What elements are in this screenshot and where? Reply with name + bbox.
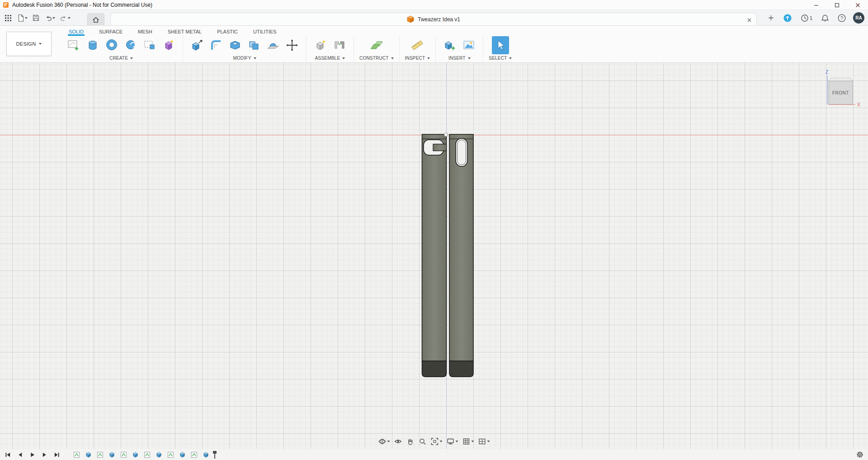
move-copy-button[interactable] [283, 36, 301, 54]
timeline-feature-sketch[interactable] [96, 451, 104, 458]
construct-plane-button[interactable] [368, 36, 385, 54]
fillet-button[interactable] [208, 36, 225, 54]
alerts-button[interactable] [820, 12, 830, 24]
orbit-button[interactable] [377, 436, 391, 446]
timeline-playhead[interactable] [213, 451, 217, 459]
redo-button[interactable] [58, 12, 72, 24]
help-button[interactable]: ? [836, 12, 847, 24]
model-tweezer-bodies[interactable] [416, 131, 481, 384]
step-back-button[interactable] [17, 451, 24, 458]
modify-group-dropdown[interactable]: MODIFY [233, 55, 256, 62]
go-to-end-button[interactable] [53, 451, 60, 458]
play-button[interactable] [29, 451, 36, 458]
job-status-button[interactable] [782, 12, 793, 24]
ribbon-group-modify: MODIFY [183, 36, 307, 62]
tab-solid[interactable]: SOLID [68, 28, 85, 36]
group-label: CREATE [109, 56, 128, 61]
group-label: INSERT [448, 56, 466, 61]
tab-sheet-metal[interactable]: SHEET METAL [167, 28, 203, 36]
pattern-button[interactable] [141, 36, 158, 54]
shell-button[interactable] [226, 36, 244, 54]
joint-button[interactable] [331, 36, 348, 54]
timeline-feature-sketch[interactable] [167, 451, 174, 458]
press-pull-button[interactable] [189, 36, 206, 54]
toolbar-ribbon: DESIGN SOLID SURFACE MESH SHEET METAL PL… [0, 26, 868, 63]
select-button[interactable] [492, 36, 509, 54]
save-button[interactable] [31, 12, 41, 24]
timeline-feature-extrude[interactable] [155, 451, 162, 458]
construct-group-dropdown[interactable]: CONSTRUCT [359, 55, 394, 62]
create-sketch-button[interactable] [65, 36, 82, 54]
tab-utilities[interactable]: UTILITIES [252, 28, 277, 36]
timeline-feature-sketch[interactable] [73, 451, 80, 458]
new-component-button[interactable] [312, 36, 329, 54]
timeline-feature-sketch[interactable] [143, 451, 151, 458]
go-to-start-button[interactable] [5, 451, 11, 458]
zoom-button[interactable] [418, 436, 428, 446]
loft-button[interactable] [84, 36, 101, 54]
viewports-button[interactable] [477, 436, 491, 446]
assemble-group-dropdown[interactable]: ASSEMBLE [315, 55, 345, 62]
look-at-button[interactable] [393, 436, 403, 446]
origin-point[interactable] [444, 133, 448, 137]
canvas-button[interactable] [460, 36, 477, 54]
data-panel-button[interactable] [3, 12, 14, 24]
new-tab-button[interactable] [766, 12, 776, 24]
tab-plastic[interactable]: PLASTIC [216, 28, 239, 36]
view-cube-face-label: FRONT [832, 90, 849, 95]
torus-button[interactable] [103, 36, 120, 54]
tab-surface[interactable]: SURFACE [98, 28, 123, 36]
tweezer-half-left[interactable] [422, 134, 447, 377]
workspace-selector[interactable]: DESIGN [6, 32, 52, 56]
tweezer-half-right[interactable] [449, 134, 473, 377]
undo-button[interactable] [43, 12, 57, 24]
display-settings-button[interactable] [446, 436, 459, 446]
ribbon-groups: CREATE [60, 36, 517, 62]
timeline-feature-sketch[interactable] [190, 451, 198, 458]
maximize-button[interactable] [826, 0, 847, 10]
tab-mesh[interactable]: MESH [137, 28, 153, 36]
grid-snaps-button[interactable] [462, 436, 475, 446]
document-tab[interactable]: Tweazerz Idea v1 [110, 13, 757, 25]
avatar[interactable]: RA [853, 12, 864, 24]
fit-view-button[interactable] [430, 436, 443, 446]
close-document-button[interactable] [745, 16, 753, 24]
split-body-button[interactable] [264, 36, 282, 54]
combine-button[interactable] [245, 36, 263, 54]
chevron-down-icon [468, 57, 471, 59]
inspect-group-dropdown[interactable]: INSPECT [405, 55, 430, 62]
timeline-settings-button[interactable] [856, 451, 864, 459]
sketch-feature-icon [191, 451, 198, 458]
construct-plane-icon [370, 38, 383, 52]
view-cube[interactable]: FRONT Z X [818, 68, 863, 114]
timeline-feature-sketch[interactable] [120, 451, 127, 458]
timeline-feature-extrude[interactable] [132, 451, 139, 458]
insert-group-dropdown[interactable]: INSERT [448, 55, 471, 62]
step-forward-button[interactable] [41, 451, 48, 458]
press-pull-icon [190, 38, 204, 52]
chevron-down-icon [391, 57, 394, 59]
create-group-dropdown[interactable]: CREATE [109, 55, 133, 62]
view-cube-top-face[interactable] [829, 78, 853, 81]
measure-button[interactable] [409, 36, 426, 54]
sketch-feature-icon [120, 451, 127, 458]
timeline-feature-extrude[interactable] [202, 451, 209, 458]
file-menu-button[interactable] [15, 12, 29, 24]
insert-mesh-button[interactable] [441, 36, 458, 54]
loft-icon [86, 38, 99, 52]
notifications-count: 1 [810, 15, 812, 21]
select-group-dropdown[interactable]: SELECT [489, 55, 512, 62]
home-tab[interactable] [87, 13, 104, 26]
timeline-feature-extrude[interactable] [108, 451, 115, 458]
create-form-button[interactable] [160, 36, 177, 54]
app-grid-icon [4, 14, 12, 22]
timeline-feature-extrude[interactable] [179, 451, 186, 458]
notifications-button[interactable]: 1 [799, 12, 814, 24]
extrude-feature-icon [156, 451, 162, 458]
close-button[interactable] [847, 0, 868, 10]
pan-button[interactable] [406, 436, 415, 446]
minimize-button[interactable] [806, 0, 826, 10]
viewport-canvas[interactable]: FRONT Z X [0, 63, 868, 460]
coil-button[interactable] [122, 36, 139, 54]
timeline-feature-extrude[interactable] [85, 451, 92, 458]
